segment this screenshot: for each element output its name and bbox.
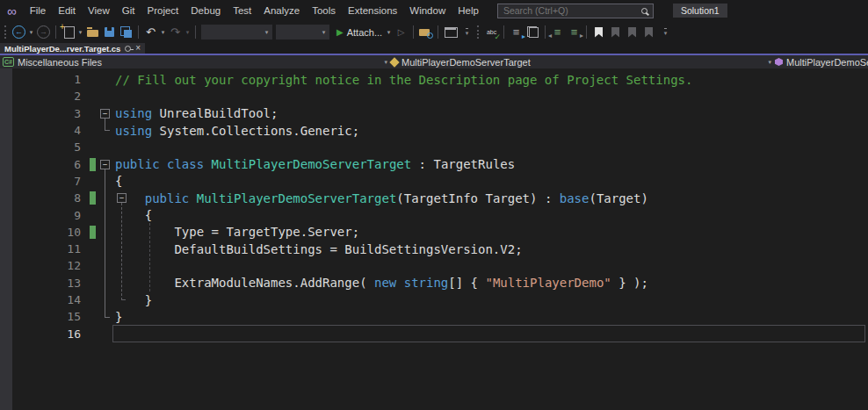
tab-multiplayerdemoserver-target[interactable]: MultiPlayerDe...rver.Target.cs × bbox=[0, 43, 145, 54]
change-bar bbox=[90, 158, 96, 171]
line-number: 8 bbox=[12, 191, 81, 205]
code-token: Type = TargetType.Server; bbox=[115, 225, 359, 239]
toolbar-separator bbox=[413, 25, 414, 39]
member-dropdown[interactable]: MultiPlayerDemoServerT bbox=[775, 55, 868, 68]
open-folder-icon[interactable] bbox=[84, 24, 101, 40]
dropdown-caret[interactable]: ▾ bbox=[385, 29, 393, 36]
preview-changes-icon[interactable] bbox=[442, 24, 459, 40]
toolbar: ▾▾▾▾▾▾▶Attach...▾ bbox=[0, 21, 868, 43]
dropdown-caret[interactable]: ▾ bbox=[159, 29, 167, 36]
new-item-icon[interactable] bbox=[60, 24, 76, 40]
code-token: { bbox=[115, 208, 152, 222]
fold-toggle[interactable]: − bbox=[117, 193, 127, 203]
code-token: MultiPlayerDemoServerTarget bbox=[212, 157, 412, 171]
menu-item-window[interactable]: Window bbox=[403, 0, 452, 21]
dropdown-caret[interactable]: ▾ bbox=[263, 29, 271, 36]
code-line-8: 8− public MultiPlayerDemoServerTarget(Ta… bbox=[0, 190, 868, 206]
type-dropdown[interactable]: MultiPlayerDemoServerTarget ▾ bbox=[391, 55, 775, 68]
fold-toggle[interactable]: − bbox=[100, 109, 110, 119]
pin-icon[interactable] bbox=[125, 46, 131, 52]
menu-item-project[interactable]: Project bbox=[141, 0, 184, 21]
outlining-margin: − bbox=[99, 160, 111, 169]
code-token: ExtraModuleNames.AddRange( bbox=[115, 276, 374, 290]
change-bar bbox=[90, 327, 96, 341]
code-line-12: 12 bbox=[0, 257, 868, 274]
solution-platforms-combo[interactable]: ▾ bbox=[276, 25, 329, 40]
code-token: new string bbox=[374, 276, 448, 290]
code-token: DefaultBuildSettings = BuildSettingsVers… bbox=[115, 242, 523, 256]
change-bar bbox=[90, 90, 96, 103]
code-token: MultiPlayerDemoServerTarget bbox=[197, 191, 397, 205]
next-bookmark-icon bbox=[624, 24, 640, 40]
close-icon[interactable]: × bbox=[135, 44, 141, 53]
change-bar bbox=[90, 242, 96, 255]
project-dropdown[interactable]: Miscellaneous Files ▾ bbox=[0, 55, 391, 68]
code-token: public class bbox=[115, 157, 204, 171]
increase-indent-icon[interactable] bbox=[566, 24, 582, 40]
code-token: UnrealBuildTool; bbox=[152, 106, 278, 120]
save-icon[interactable] bbox=[101, 24, 118, 40]
solution-configurations-combo[interactable]: ▾ bbox=[201, 25, 272, 40]
menu-item-file[interactable]: File bbox=[24, 0, 53, 21]
dropdown-caret[interactable]: ▾ bbox=[27, 29, 35, 36]
toolbar-grip[interactable] bbox=[4, 25, 7, 39]
undo-icon[interactable] bbox=[142, 24, 159, 40]
line-number: 5 bbox=[12, 140, 81, 154]
dropdown-caret[interactable]: ▾ bbox=[76, 29, 84, 36]
search-icon bbox=[641, 8, 647, 14]
nav-back-icon[interactable] bbox=[11, 24, 27, 40]
nav-forward-icon bbox=[35, 24, 52, 40]
save-all-icon[interactable] bbox=[118, 24, 134, 40]
menu-item-tools[interactable]: Tools bbox=[306, 0, 342, 21]
redo-icon bbox=[167, 24, 184, 40]
code-line-7: 7{ bbox=[0, 173, 868, 190]
menu-item-extensions[interactable]: Extensions bbox=[342, 0, 403, 21]
type-label: MultiPlayerDemoServerTarget bbox=[401, 57, 531, 68]
class-icon bbox=[389, 57, 399, 67]
parameter-info-icon[interactable] bbox=[524, 24, 541, 40]
dropdown-caret: ▾ bbox=[184, 29, 192, 36]
search-input[interactable] bbox=[503, 5, 641, 16]
menu-item-help[interactable]: Help bbox=[452, 0, 485, 21]
code-line-4: 4using System.Collections.Generic; bbox=[0, 122, 868, 139]
project-label: Miscellaneous Files bbox=[18, 57, 102, 68]
menu-item-edit[interactable]: Edit bbox=[52, 0, 82, 21]
dropdown-caret[interactable]: ▾ bbox=[320, 29, 328, 36]
change-bar bbox=[90, 107, 96, 120]
change-bar bbox=[90, 191, 96, 205]
line-number: 9 bbox=[12, 209, 81, 222]
code-token: (TargetInfo Target) : bbox=[396, 191, 559, 205]
code-token: } ); bbox=[611, 276, 648, 290]
line-number: 1 bbox=[12, 73, 81, 86]
line-number: 15 bbox=[12, 310, 81, 323]
list-members-icon[interactable] bbox=[508, 24, 524, 40]
menu-item-analyze[interactable]: Analyze bbox=[257, 0, 306, 21]
toolbar-separator bbox=[586, 25, 587, 39]
attach-button[interactable]: ▶Attach... bbox=[331, 27, 385, 38]
clear-bookmarks-icon bbox=[640, 24, 657, 40]
menu-item-view[interactable]: View bbox=[82, 0, 116, 21]
line-number: 3 bbox=[12, 107, 81, 120]
title-bar: ∞ FileEditViewGitProjectDebugTestAnalyze… bbox=[0, 0, 868, 21]
line-number: 4 bbox=[12, 124, 81, 137]
document-tab-strip: MultiPlayerDe...rver.Target.cs × bbox=[0, 43, 868, 55]
code-token: [] { bbox=[448, 276, 485, 290]
menu-item-git[interactable]: Git bbox=[116, 0, 141, 21]
code-token: // Fill out your copyright notice in the… bbox=[115, 73, 692, 87]
find-in-files-icon[interactable] bbox=[417, 24, 434, 40]
tab-title: MultiPlayerDe...rver.Target.cs bbox=[4, 44, 120, 54]
toggle-bookmark-icon[interactable] bbox=[590, 24, 607, 40]
decrease-indent-icon[interactable] bbox=[549, 24, 566, 40]
line-number: 2 bbox=[12, 90, 81, 103]
menu-item-debug[interactable]: Debug bbox=[184, 0, 227, 21]
code-editor[interactable]: 1// Fill out your copyright notice in th… bbox=[0, 68, 868, 410]
search-box[interactable] bbox=[497, 4, 654, 18]
fold-toggle[interactable]: − bbox=[100, 160, 110, 169]
complete-word-icon[interactable] bbox=[483, 24, 500, 40]
toolbar-overflow-caret[interactable] bbox=[657, 24, 674, 40]
menu-item-test[interactable]: Test bbox=[227, 0, 257, 21]
toolbar-grip[interactable] bbox=[477, 25, 480, 39]
change-bar bbox=[90, 277, 96, 290]
code-line-9: 9 { bbox=[0, 206, 868, 223]
toolbar-overflow-caret[interactable] bbox=[459, 24, 475, 40]
